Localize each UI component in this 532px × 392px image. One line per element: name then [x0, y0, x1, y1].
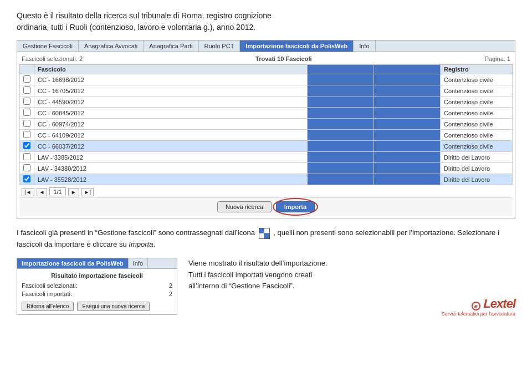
bottom-text: Viene mostrato il risultato dell’importa… — [188, 258, 515, 292]
small-app-content: Risultato importazione fascicoli Fascico… — [17, 269, 177, 314]
row-registro: Contenzioso civile — [441, 141, 513, 152]
tab-anagrafica-avvocati[interactable]: Anagrafica Avvocati — [79, 40, 144, 52]
row-checkbox[interactable] — [23, 164, 30, 171]
icon-cell-4 — [264, 233, 269, 238]
small-app-window: Importazione fascicoli da PolisWeb Info … — [17, 258, 177, 315]
row-giudice — [374, 141, 441, 152]
lextel-e-icon: e — [472, 302, 480, 310]
row-giudice — [374, 108, 441, 119]
row-parti — [308, 96, 374, 108]
row-parti — [308, 119, 374, 130]
importa-highlight: Importa — [276, 201, 315, 212]
col-check — [20, 65, 34, 74]
nuova-ricerca-button[interactable]: Nuova ricerca — [217, 201, 272, 212]
small-buttons-row: Ritorna all'elenco Esegui una nuova rice… — [22, 302, 172, 311]
row-parti — [308, 108, 374, 119]
ritorna-button[interactable]: Ritorna all'elenco — [22, 302, 74, 311]
row-checkbox-cell[interactable] — [20, 74, 34, 85]
row-parti — [308, 174, 374, 185]
table-row: CC - 66037/2012 Contenzioso civile — [20, 141, 513, 152]
row-giudice — [374, 130, 441, 141]
row-checkbox[interactable] — [23, 142, 30, 149]
row-fascicolo: CC - 60974/2012 — [34, 119, 308, 130]
row-checkbox[interactable] — [23, 175, 30, 182]
row-registro: Diritto del Lavoro — [441, 152, 513, 163]
bottom-section: Importazione fascicoli da PolisWeb Info … — [17, 258, 515, 317]
tab-importazione[interactable]: Importazione fascicoli da PolisWeb — [240, 40, 354, 52]
page-last[interactable]: ►| — [81, 188, 94, 196]
small-tab-bar: Importazione fascicoli da PolisWeb Info — [17, 258, 177, 269]
row-giudice — [374, 119, 441, 130]
description-text: I fascicoli già presenti in “Gestione fa… — [17, 227, 515, 250]
desc-period: . — [153, 240, 155, 248]
page-first[interactable]: |◄ — [22, 188, 34, 196]
tab-bar: Gestione Fascicoli Anagrafica Avvocati A… — [17, 40, 515, 52]
row-checkbox-cell[interactable] — [20, 96, 34, 108]
row-registro: Contenzioso civile — [441, 130, 513, 141]
row-value-1: 2 — [169, 282, 172, 289]
row-parti — [308, 74, 374, 85]
row-checkbox[interactable] — [23, 86, 30, 94]
lextel-logo: e Lextel Servizi telematici per l'avvoca… — [188, 297, 515, 317]
row-registro: Contenzioso civile — [441, 96, 513, 108]
app-content: Fascicoli selezionati: 2 Trovati 10 Fasc… — [17, 52, 515, 218]
row-registro: Diritto del Lavoro — [441, 163, 513, 174]
row-fascicolo: LAV - 3385/2012 — [34, 152, 308, 163]
lextel-brand-name: Lextel — [483, 297, 515, 311]
row-parti — [308, 85, 374, 96]
row-fascicolo: LAV - 35528/2012 — [34, 174, 308, 185]
row-checkbox-cell[interactable] — [20, 141, 34, 152]
row-registro: Contenzioso civile — [441, 74, 513, 85]
result-title: Risultato importazione fascicoli — [22, 272, 172, 279]
row-checkbox[interactable] — [23, 153, 30, 160]
small-tab-importazione[interactable]: Importazione fascicoli da PolisWeb — [17, 258, 129, 268]
table-row: LAV - 3385/2012 Diritto del Lavoro — [20, 152, 513, 163]
result-row-2: Fascicoli importati: 2 — [22, 291, 172, 297]
table-row: CC - 60845/2012 Contenzioso civile — [20, 108, 513, 119]
desc-text1: I fascicoli già presenti in “Gestione fa… — [17, 228, 255, 237]
app-window: Gestione Fascicoli Anagrafica Avvocati A… — [17, 40, 515, 218]
row-checkbox-cell[interactable] — [20, 130, 34, 141]
row-checkbox-cell[interactable] — [20, 152, 34, 163]
row-label-2: Fascicoli importati: — [22, 291, 72, 297]
tab-ruolo-pct[interactable]: Ruolo PCT — [199, 40, 241, 52]
bottom-line1: Viene mostrato il risultato dell’importa… — [188, 259, 328, 267]
row-checkbox-cell[interactable] — [20, 108, 34, 119]
row-fascicolo: CC - 16705/2012 — [34, 85, 308, 96]
row-giudice — [374, 96, 441, 108]
row-checkbox[interactable] — [23, 131, 30, 138]
table-row: CC - 16705/2012 Contenzioso civile — [20, 85, 513, 96]
result-header: Fascicoli selezionati: 2 Trovati 10 Fasc… — [19, 54, 513, 63]
row-label-1: Fascicoli selezionati: — [22, 282, 78, 289]
page-number: 1/1 — [49, 187, 65, 196]
row-registro: Contenzioso civile — [441, 85, 513, 96]
row-checkbox[interactable] — [23, 109, 30, 116]
result-row-1: Fascicoli selezionati: 2 — [22, 282, 172, 289]
tab-anagrafica-parti[interactable]: Anagrafica Parti — [144, 40, 198, 52]
row-giudice — [374, 85, 441, 96]
selected-count: Fascicoli selezionati: 2 — [22, 55, 83, 62]
page-prev[interactable]: ◄ — [37, 188, 48, 196]
col-parti: Parti — [308, 65, 374, 74]
nuova-ricerca-small-button[interactable]: Esegui una nuova ricerca — [77, 302, 150, 311]
row-checkbox[interactable] — [23, 120, 30, 127]
row-checkbox-cell[interactable] — [20, 119, 34, 130]
row-checkbox-cell[interactable] — [20, 163, 34, 174]
row-checkbox[interactable] — [23, 75, 30, 83]
row-checkbox[interactable] — [23, 98, 30, 105]
intro-line2: ordinaria, tutti i Ruoli (contenzioso, l… — [17, 23, 255, 32]
small-tab-info[interactable]: Info — [129, 258, 148, 268]
row-checkbox-cell[interactable] — [20, 174, 34, 185]
row-checkbox-cell[interactable] — [20, 85, 34, 96]
row-fascicolo: CC - 16698/2012 — [34, 74, 308, 85]
table-row: CC - 16698/2012 Contenzioso civile — [20, 74, 513, 85]
fascicoli-table: Fascicolo Parti Giudice Registro CC - 16… — [19, 64, 513, 185]
tab-gestione-fascicoli[interactable]: Gestione Fascicoli — [17, 40, 79, 52]
row-registro: Contenzioso civile — [441, 108, 513, 119]
row-fascicolo: CC - 64109/2012 — [34, 130, 308, 141]
grid-icon — [259, 228, 270, 239]
row-value-2: 2 — [169, 291, 172, 297]
importa-button[interactable]: Importa — [276, 201, 315, 212]
page-next[interactable]: ► — [68, 188, 79, 196]
tab-info[interactable]: Info — [354, 40, 375, 52]
